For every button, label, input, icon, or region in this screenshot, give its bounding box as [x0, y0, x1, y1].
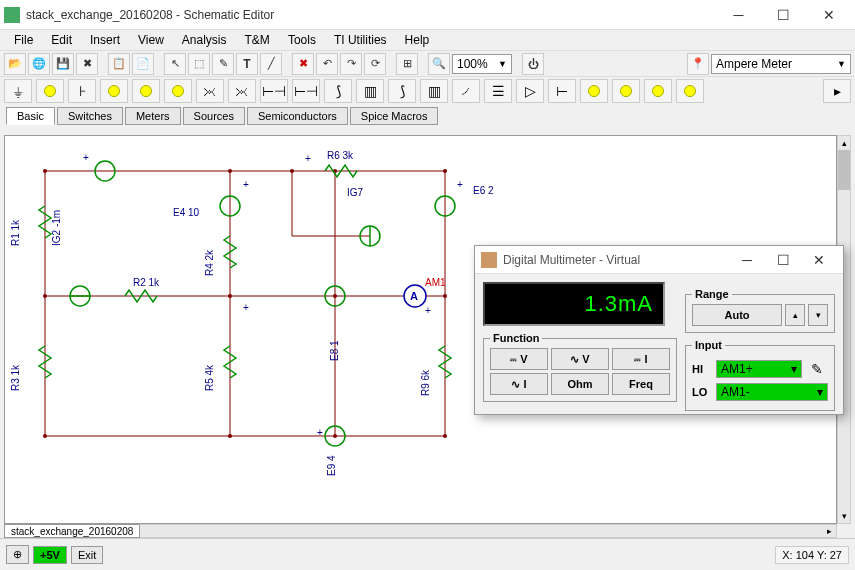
mm-close-button[interactable]: ✕: [801, 248, 837, 272]
minimize-button[interactable]: ─: [716, 1, 761, 29]
svg-text:R1 1k: R1 1k: [10, 219, 21, 246]
select-icon[interactable]: ⬚: [188, 53, 210, 75]
mm-maximize-button[interactable]: ☐: [765, 248, 801, 272]
maximize-button[interactable]: ☐: [761, 1, 806, 29]
component-tabs: BasicSwitchesMetersSourcesSemiconductors…: [0, 105, 855, 127]
lo-select[interactable]: AM1-▾: [716, 383, 828, 401]
function-button[interactable]: ⎓ V: [490, 348, 548, 370]
menu-edit[interactable]: Edit: [43, 31, 80, 49]
document-tab[interactable]: stack_exchange_20160208: [4, 524, 140, 538]
close-button[interactable]: ✕: [806, 1, 851, 29]
open-icon[interactable]: 📂: [4, 53, 26, 75]
function-button[interactable]: Ohm: [551, 373, 609, 395]
tab-semiconductors[interactable]: Semiconductors: [247, 107, 348, 125]
menu-file[interactable]: File: [6, 31, 41, 49]
status-icon[interactable]: ⊕: [6, 545, 29, 564]
svg-text:R9 6k: R9 6k: [420, 369, 431, 396]
wire-icon[interactable]: ╱: [260, 53, 282, 75]
function-button[interactable]: ∿ I: [490, 373, 548, 395]
save-icon[interactable]: 💾: [52, 53, 74, 75]
undo-icon[interactable]: ↶: [316, 53, 338, 75]
redo-icon[interactable]: ↷: [340, 53, 362, 75]
svg-point-10: [228, 169, 232, 173]
svg-point-15: [228, 294, 232, 298]
tab-basic[interactable]: Basic: [6, 107, 55, 125]
grid-icon[interactable]: ⊞: [396, 53, 418, 75]
source-ac-i-icon[interactable]: [164, 79, 192, 103]
pencil-icon[interactable]: ✎: [212, 53, 234, 75]
svg-text:+: +: [83, 152, 89, 163]
svg-text:IG2 -1m: IG2 -1m: [51, 210, 62, 246]
controlled4-icon[interactable]: [676, 79, 704, 103]
ground-icon[interactable]: ⏚: [4, 79, 32, 103]
pot-icon[interactable]: ⩙: [228, 79, 256, 103]
tab-meters[interactable]: Meters: [125, 107, 181, 125]
switch-icon[interactable]: ⟋: [452, 79, 480, 103]
inductor2-icon[interactable]: ⟆: [388, 79, 416, 103]
cap-icon[interactable]: ⊢⊣: [260, 79, 288, 103]
cap2-icon[interactable]: ⊢⊣: [292, 79, 320, 103]
function-button[interactable]: ⎓ I: [612, 348, 670, 370]
multimeter-window[interactable]: Digital Multimeter - Virtual ─ ☐ ✕ 1.3mA…: [474, 245, 844, 415]
function-label: Function: [490, 332, 542, 344]
source-v-icon[interactable]: [36, 79, 64, 103]
hi-select[interactable]: AM1+▾: [716, 360, 802, 378]
svg-text:IG7: IG7: [347, 187, 364, 198]
copy-icon[interactable]: 📋: [108, 53, 130, 75]
voltage-indicator[interactable]: +5V: [33, 546, 67, 564]
globe-icon[interactable]: 🌐: [28, 53, 50, 75]
inductor-icon[interactable]: ⟆: [324, 79, 352, 103]
paste-icon[interactable]: 📄: [132, 53, 154, 75]
mm-minimize-button[interactable]: ─: [729, 248, 765, 272]
delete-icon[interactable]: ✖: [292, 53, 314, 75]
range-up-button[interactable]: ▴: [785, 304, 805, 326]
controlled1-icon[interactable]: [580, 79, 608, 103]
svg-text:E9 4: E9 4: [326, 455, 337, 476]
xform2-icon[interactable]: ▥: [420, 79, 448, 103]
menu-tiutilities[interactable]: TI Utilities: [326, 31, 395, 49]
tab-switches[interactable]: Switches: [57, 107, 123, 125]
menu-view[interactable]: View: [130, 31, 172, 49]
tab-spice-macros[interactable]: Spice Macros: [350, 107, 439, 125]
function-button[interactable]: Freq: [612, 373, 670, 395]
device-combo[interactable]: Ampere Meter▼: [711, 54, 851, 74]
menu-bar: FileEditInsertViewAnalysisT&MToolsTI Uti…: [0, 30, 855, 50]
close-file-icon[interactable]: ✖: [76, 53, 98, 75]
relay-icon[interactable]: ☰: [484, 79, 512, 103]
probe-pen-icon[interactable]: ✎: [806, 358, 828, 380]
svg-text:E6 2: E6 2: [473, 185, 494, 196]
junction-icon[interactable]: ⊢: [548, 79, 576, 103]
tab-sources[interactable]: Sources: [183, 107, 245, 125]
function-button[interactable]: ∿ V: [551, 348, 609, 370]
battery-icon[interactable]: ⊦: [68, 79, 96, 103]
window-title: stack_exchange_20160208 - Schematic Edit…: [26, 8, 716, 22]
range-down-button[interactable]: ▾: [808, 304, 828, 326]
exit-button[interactable]: Exit: [71, 546, 103, 564]
cursor-icon[interactable]: ↖: [164, 53, 186, 75]
probe-icon[interactable]: 📍: [687, 53, 709, 75]
svg-point-20: [333, 434, 337, 438]
xform-icon[interactable]: ▥: [356, 79, 384, 103]
switch-icon[interactable]: ⏻: [522, 53, 544, 75]
menu-insert[interactable]: Insert: [82, 31, 128, 49]
menu-help[interactable]: Help: [397, 31, 438, 49]
text-icon[interactable]: T: [236, 53, 258, 75]
resistor-icon[interactable]: ⩙: [196, 79, 224, 103]
svg-text:+: +: [457, 179, 463, 190]
source-ac-v-icon[interactable]: [132, 79, 160, 103]
menu-tools[interactable]: Tools: [280, 31, 324, 49]
svg-text:+: +: [305, 153, 311, 164]
menu-analysis[interactable]: Analysis: [174, 31, 235, 49]
diode-icon[interactable]: ▷: [516, 79, 544, 103]
zoom-combo[interactable]: 100%▼: [452, 54, 512, 74]
controlled2-icon[interactable]: [612, 79, 640, 103]
controlled3-icon[interactable]: [644, 79, 672, 103]
svg-text:+: +: [243, 179, 249, 190]
source-i-icon[interactable]: [100, 79, 128, 103]
menu-tm[interactable]: T&M: [237, 31, 278, 49]
more-icon[interactable]: ▸: [823, 79, 851, 103]
range-auto-button[interactable]: Auto: [692, 304, 782, 326]
svg-text:A: A: [410, 290, 418, 302]
rotate-icon[interactable]: ⟳: [364, 53, 386, 75]
zoom-icon[interactable]: 🔍: [428, 53, 450, 75]
